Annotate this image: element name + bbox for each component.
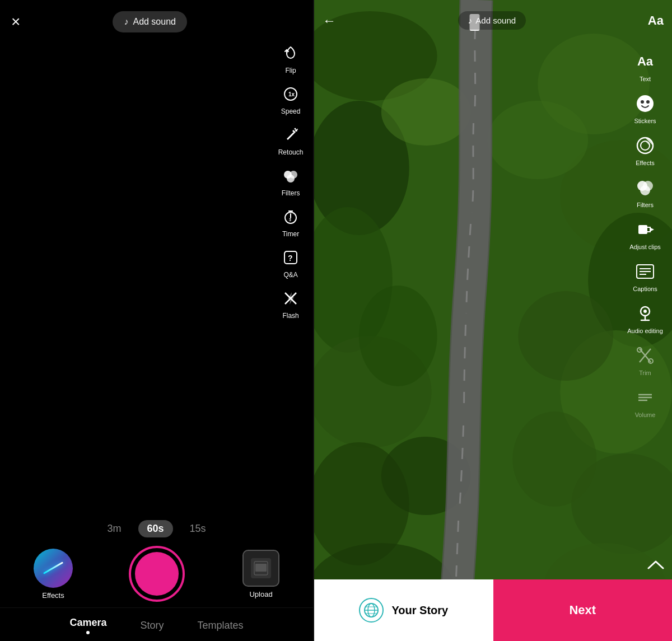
svg-point-33	[381, 78, 471, 146]
svg-point-34	[488, 101, 589, 179]
tab-camera[interactable]: Camera	[53, 615, 123, 637]
stickers-icon	[633, 91, 657, 116]
your-story-label: Your Story	[391, 604, 448, 617]
svg-point-36	[518, 291, 613, 381]
upload-button[interactable]: Upload	[242, 550, 279, 598]
filters-label: Filters	[282, 189, 300, 197]
timer-tool[interactable]: 3 Timer	[282, 203, 299, 244]
svg-marker-49	[650, 227, 654, 232]
add-sound-button[interactable]: ♪ Add sound	[113, 11, 187, 32]
filters-side-icon	[633, 175, 657, 200]
svg-point-38	[512, 411, 596, 507]
svg-text:1x: 1x	[288, 91, 295, 97]
effects-icon	[34, 549, 73, 588]
left-panel: × ♪ Add sound Flip 1x	[0, 0, 313, 641]
side-tool-adjust[interactable]: Adjust clips	[623, 213, 668, 255]
duration-60s[interactable]: 60s	[138, 520, 173, 537]
retouch-tool[interactable]: Retouch	[278, 121, 304, 162]
effects-label: Effects	[42, 591, 64, 600]
add-sound-label: Add sound	[133, 17, 176, 27]
right-panel: ← ♪ Add sound Aa Aa Text Stickers	[314, 0, 672, 641]
right-header: ← ♪ Add sound Aa	[314, 0, 672, 30]
volume-icon	[633, 385, 657, 410]
qa-label: Q&A	[283, 271, 297, 279]
add-sound-right-button[interactable]: ♪ Add sound	[458, 11, 526, 30]
qa-tool[interactable]: ? Q&A	[282, 244, 299, 284]
capture-button[interactable]	[129, 546, 185, 602]
speed-tool[interactable]: 1x Speed	[281, 80, 301, 121]
svg-rect-19	[255, 564, 267, 572]
captions-icon	[633, 259, 657, 284]
right-side-toolbar: Aa Text Stickers	[623, 45, 668, 423]
side-tool-captions[interactable]: Captions	[623, 255, 668, 297]
flash-icon	[282, 290, 299, 310]
bottom-controls: 3m 60s 15s Effects	[0, 514, 313, 641]
audio-label: Audio editing	[627, 327, 663, 334]
bottom-tabs: Camera Story Templates	[0, 607, 313, 641]
side-tool-volume[interactable]: Volume	[623, 381, 668, 423]
stickers-tool-label: Stickers	[634, 118, 656, 124]
duration-selector: 3m 60s 15s	[0, 514, 313, 546]
effects-button[interactable]: Effects	[34, 549, 73, 600]
back-button[interactable]: ←	[323, 13, 336, 29]
text-tool-button[interactable]: Aa	[648, 13, 664, 28]
audio-icon	[633, 301, 657, 326]
close-button[interactable]: ×	[11, 14, 20, 30]
duration-15s[interactable]: 15s	[190, 523, 206, 535]
svg-point-8	[287, 175, 295, 183]
flip-tool[interactable]: Flip	[282, 39, 299, 80]
flip-label: Flip	[285, 67, 296, 74]
captions-label: Captions	[633, 286, 657, 292]
capture-row: Effects Upload	[0, 546, 313, 607]
capture-button-inner	[135, 552, 179, 596]
filters-icon	[282, 167, 299, 187]
side-tool-text[interactable]: Aa Text	[623, 45, 668, 87]
speed-label: Speed	[281, 107, 301, 115]
svg-point-4	[295, 128, 296, 130]
side-tool-audio[interactable]: Audio editing	[623, 297, 668, 339]
tab-templates[interactable]: Templates	[181, 617, 260, 634]
adjust-label: Adjust clips	[629, 244, 661, 250]
side-tool-trim[interactable]: Trim	[623, 339, 668, 381]
tab-story[interactable]: Story	[124, 617, 181, 634]
svg-point-35	[359, 286, 437, 386]
next-button[interactable]: Next	[493, 579, 672, 641]
left-header: × ♪ Add sound	[0, 0, 313, 32]
side-tool-stickers[interactable]: Stickers	[623, 87, 668, 129]
duration-3m[interactable]: 3m	[107, 523, 121, 535]
effects-side-icon	[633, 133, 657, 158]
speed-icon: 1x	[282, 86, 299, 105]
video-preview	[314, 0, 672, 641]
camera-toolbar: Flip 1x Speed Re	[268, 34, 313, 331]
volume-label: Volume	[635, 411, 656, 418]
side-tool-filters[interactable]: Filters	[623, 171, 668, 213]
your-story-icon	[359, 598, 384, 623]
svg-point-42	[646, 100, 650, 104]
road-svg	[314, 0, 672, 641]
svg-point-57	[643, 310, 647, 313]
retouch-label: Retouch	[278, 148, 304, 156]
effects-side-label: Effects	[636, 160, 654, 166]
your-story-button[interactable]: Your Story	[314, 579, 493, 641]
adjust-icon	[633, 217, 657, 242]
music-icon: ♪	[124, 17, 128, 27]
side-tool-effects[interactable]: Effects	[623, 129, 668, 171]
upload-label: Upload	[249, 590, 272, 598]
upload-icon	[242, 550, 279, 587]
trim-icon	[633, 343, 657, 368]
filters-side-label: Filters	[637, 202, 654, 208]
filters-tool[interactable]: Filters	[282, 162, 300, 203]
flip-icon	[282, 45, 299, 64]
svg-point-47	[640, 185, 650, 195]
svg-point-41	[641, 100, 644, 104]
right-bottom-bar: Your Story Next	[314, 579, 672, 641]
timer-label: Timer	[282, 230, 299, 238]
flash-tool[interactable]: Flash	[282, 284, 299, 325]
flash-label: Flash	[282, 312, 298, 320]
chevron-up-button[interactable]	[647, 559, 664, 574]
text-icon: Aa	[633, 49, 657, 74]
svg-rect-48	[638, 225, 647, 234]
timer-icon: 3	[282, 208, 299, 228]
retouch-icon	[282, 127, 299, 146]
svg-point-40	[637, 95, 654, 112]
